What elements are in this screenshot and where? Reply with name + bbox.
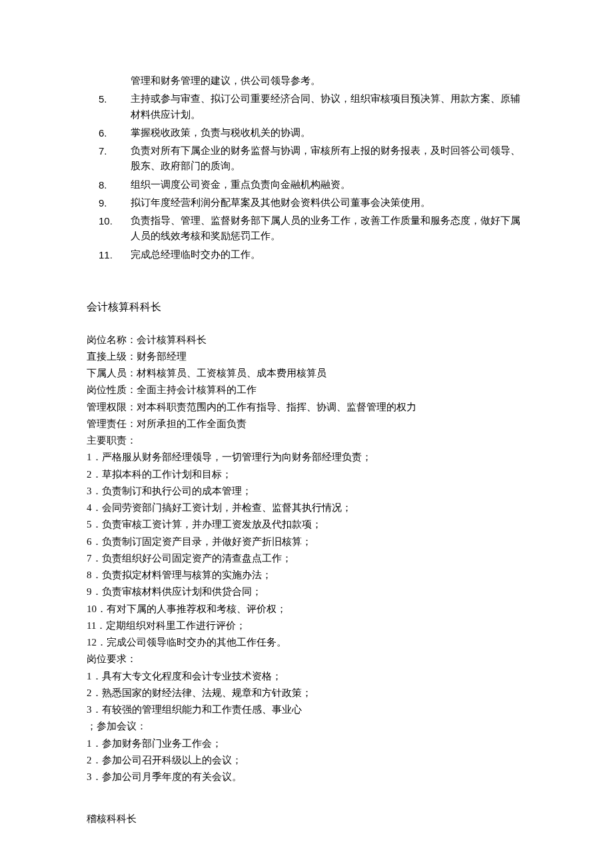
item-text: 掌握税收政策，负责与税收机关的协调。	[131, 125, 526, 141]
item-number: 10.	[87, 213, 131, 244]
list-item: 2．熟悉国家的财经法律、法规、规章和方针政策；	[87, 685, 526, 701]
list-item: 11．定期组织对科里工作进行评价；	[87, 618, 526, 634]
list-item: 6. 掌握税收政策，负责与税收机关的协调。	[87, 125, 526, 141]
list-item: 9．负责审核材料供应计划和供贷合同；	[87, 584, 526, 600]
meetings-list: 1．参加财务部门业务工作会； 2．参加公司召开科级以上的会议； 3．参加公司月季…	[87, 736, 526, 785]
list-item: 2．参加公司召开科级以上的会议；	[87, 753, 526, 768]
field-line: 直接上级：财务部经理	[87, 349, 526, 364]
field-line: 主要职责：	[87, 433, 526, 448]
list-item: 3．有较强的管理组织能力和工作责任感、事业心	[87, 702, 526, 717]
field-line: 岗位性质：全面主持会计核算科的工作	[87, 382, 526, 398]
list-item: 11. 完成总经理临时交办的工作。	[87, 247, 526, 262]
field-line: 管理权限：对本科职责范围内的工作有指导、指挥、协调、监督管理的权力	[87, 400, 526, 415]
list-item: 1．参加财务部门业务工作会；	[87, 736, 526, 751]
list-item: 5．负责审核工资计算，并办理工资发放及代扣款项；	[87, 517, 526, 532]
list-item: 7．负责组织好公司固定资产的清查盘点工作；	[87, 551, 526, 566]
list-item: 7. 负责对所有下属企业的财务监督与协调，审核所有上报的财务报表，及时回答公司领…	[87, 143, 526, 175]
section-heading-audit: 稽核科科长	[87, 811, 526, 827]
item-text: 负责指导、管理、监督财务部下属人员的业务工作，改善工作质量和服务态度，做好下属人…	[131, 213, 526, 244]
label-line: 岗位要求：	[87, 651, 526, 667]
list-item: 9. 拟订年度经营利润分配草案及其他财会资料供公司董事会决策使用。	[87, 195, 526, 211]
label-line: ；参加会议：	[87, 719, 526, 734]
item-number: 9.	[87, 195, 131, 211]
field-line: 下属人员：材料核算员、工资核算员、成本费用核算员	[87, 366, 526, 381]
meetings-label: ；参加会议：	[87, 719, 526, 734]
list-item: 1．具有大专文化程度和会计专业技术资格；	[87, 669, 526, 684]
top-numbered-list: 管理和财务管理的建议，供公司领导参考。 5. 主持或参与审查、拟订公司重要经济合…	[87, 73, 526, 262]
item-number	[87, 73, 131, 89]
list-item: 管理和财务管理的建议，供公司领导参考。	[87, 73, 526, 89]
list-item: 1．严格服从财务部经理领导，一切管理行为向财务部经理负责；	[87, 450, 526, 465]
section-heading-accounting: 会计核算科科长	[87, 299, 526, 316]
position-fields: 岗位名称：会计核算科科长 直接上级：财务部经理 下属人员：材料核算员、工资核算员…	[87, 332, 526, 449]
item-text: 主持或参与审查、拟订公司重要经济合同、协议，组织审核项目预决算、用款方案、原辅材…	[131, 91, 526, 123]
item-number: 8.	[87, 177, 131, 193]
list-item: 5. 主持或参与审查、拟订公司重要经济合同、协议，组织审核项目预决算、用款方案、…	[87, 91, 526, 123]
item-number: 11.	[87, 247, 131, 262]
list-item: 8. 组织一调度公司资金，重点负责向金融机构融资。	[87, 177, 526, 193]
item-text: 完成总经理临时交办的工作。	[131, 247, 526, 262]
list-item: 8．负责拟定材料管理与核算的实施办法；	[87, 568, 526, 583]
list-item: 10. 负责指导、管理、监督财务部下属人员的业务工作，改善工作质量和服务态度，做…	[87, 213, 526, 244]
item-number: 7.	[87, 143, 131, 175]
list-item: 3．负责制订和执行公司的成本管理；	[87, 484, 526, 499]
list-item: 6．负责制订固定资产目录，并做好资产折旧核算；	[87, 534, 526, 550]
field-line: 岗位名称：会计核算科科长	[87, 332, 526, 348]
item-number: 5.	[87, 91, 131, 123]
list-item: 2．草拟本科的工作计划和目标；	[87, 467, 526, 482]
duties-list: 1．严格服从财务部经理领导，一切管理行为向财务部经理负责； 2．草拟本科的工作计…	[87, 450, 526, 650]
item-text: 负责对所有下属企业的财务监督与协调，审核所有上报的财务报表，及时回答公司领导、股…	[131, 143, 526, 175]
item-number: 6.	[87, 125, 131, 141]
field-line: 管理责任：对所承担的工作全面负责	[87, 416, 526, 432]
list-item: 4．会同劳资部门搞好工资计划，并检查、监督其执行情况；	[87, 500, 526, 516]
list-item: 12．完成公司领导临时交办的其他工作任务。	[87, 635, 526, 650]
requirements-list: 1．具有大专文化程度和会计专业技术资格； 2．熟悉国家的财经法律、法规、规章和方…	[87, 669, 526, 718]
item-text: 管理和财务管理的建议，供公司领导参考。	[131, 73, 526, 89]
list-item: 3．参加公司月季年度的有关会议。	[87, 769, 526, 785]
item-text: 拟订年度经营利润分配草案及其他财会资料供公司董事会决策使用。	[131, 195, 526, 211]
item-text: 组织一调度公司资金，重点负责向金融机构融资。	[131, 177, 526, 193]
list-item: 10．有对下属的人事推荐权和考核、评价权；	[87, 602, 526, 617]
requirements-label: 岗位要求：	[87, 651, 526, 667]
